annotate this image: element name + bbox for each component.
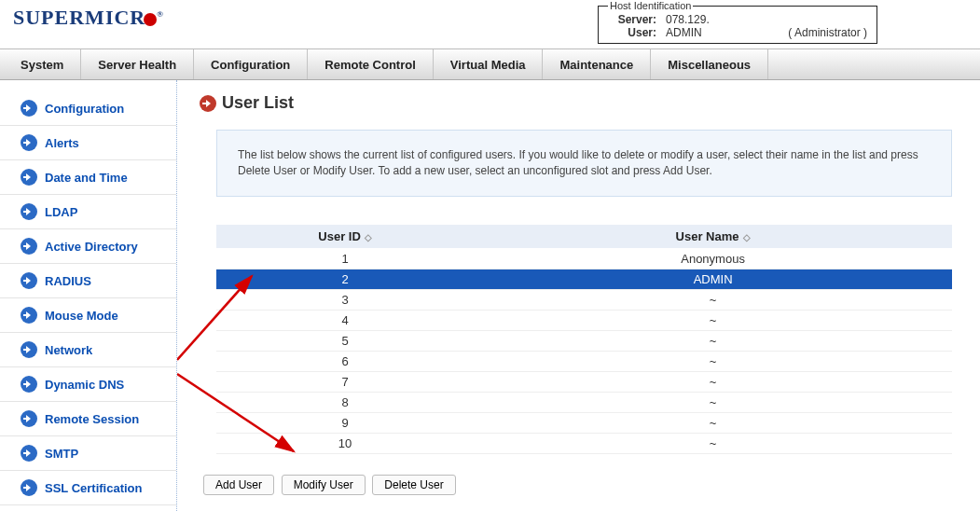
sidebar-item-label: Mouse Mode <box>45 309 118 323</box>
cell-username: ~ <box>474 371 952 392</box>
arrow-right-icon <box>21 134 37 151</box>
cell-userid: 1 <box>216 248 474 269</box>
sidebar-item-label: Active Directory <box>45 240 138 254</box>
server-value: 078.129. <box>660 13 867 26</box>
table-row[interactable]: 8~ <box>216 392 952 412</box>
sidebar-item-label: LDAP <box>45 205 77 219</box>
sidebar-item-remote-session[interactable]: Remote Session <box>0 402 176 436</box>
arrow-right-icon <box>21 272 37 289</box>
table-row[interactable]: 9~ <box>216 412 952 433</box>
cell-username: ~ <box>474 412 952 433</box>
sidebar-item-label: Dynamic DNS <box>45 378 124 392</box>
sidebar-item-alerts[interactable]: Alerts <box>0 126 176 160</box>
sidebar-item-mouse-mode[interactable]: Mouse Mode <box>0 298 176 333</box>
menu-item-server-health[interactable]: Server Health <box>81 49 194 79</box>
menu-item-configuration[interactable]: Configuration <box>194 49 308 79</box>
arrow-right-icon <box>21 238 37 255</box>
brand-dot-icon <box>144 13 157 26</box>
cell-username: ~ <box>474 289 952 310</box>
sidebar-item-active-directory[interactable]: Active Directory <box>0 229 176 264</box>
sidebar-item-label: RADIUS <box>45 274 91 288</box>
user-role: ( Administrator ) <box>769 26 867 39</box>
cell-username: ~ <box>474 310 952 330</box>
cell-userid: 9 <box>216 412 474 433</box>
add-user-button[interactable]: Add User <box>203 475 274 495</box>
cell-userid: 7 <box>216 371 474 392</box>
table-row[interactable]: 2ADMIN <box>216 269 952 289</box>
arrow-right-icon <box>21 341 37 358</box>
main-menubar: SystemServer HealthConfigurationRemote C… <box>0 48 980 80</box>
sidebar-item-smtp[interactable]: SMTP <box>0 436 176 471</box>
menu-item-system[interactable]: System <box>0 49 81 79</box>
menu-item-maintenance[interactable]: Maintenance <box>543 49 651 79</box>
arrow-right-icon <box>21 100 37 117</box>
sidebar-item-dynamic-dns[interactable]: Dynamic DNS <box>0 367 176 402</box>
sidebar-item-network[interactable]: Network <box>0 333 176 367</box>
menu-item-virtual-media[interactable]: Virtual Media <box>434 49 544 79</box>
menu-item-remote-control[interactable]: Remote Control <box>308 49 434 79</box>
arrow-right-icon <box>21 169 37 186</box>
host-id-legend: Host Identification <box>608 0 693 11</box>
cell-userid: 10 <box>216 433 474 453</box>
table-row[interactable]: 10~ <box>216 433 952 453</box>
delete-user-button[interactable]: Delete User <box>372 475 455 495</box>
cell-userid: 3 <box>216 289 474 310</box>
sidebar-item-configuration[interactable]: Configuration <box>0 91 176 126</box>
sidebar-item-label: Configuration <box>45 102 124 116</box>
table-row[interactable]: 4~ <box>216 310 952 330</box>
arrow-right-icon <box>21 307 37 324</box>
cell-username: ~ <box>474 351 952 371</box>
table-row[interactable]: 1Anonymous <box>216 248 952 269</box>
sort-icon: ◇ <box>361 232 372 242</box>
modify-user-button[interactable]: Modify User <box>282 475 366 495</box>
server-label: Server: <box>608 13 660 26</box>
arrow-right-icon <box>21 410 37 427</box>
brand-logo: SUPERMICR® <box>13 6 164 30</box>
help-text: The list below shows the current list of… <box>216 130 952 197</box>
user-table: User ID◇ User Name◇ 1Anonymous2ADMIN3~4~… <box>216 225 952 454</box>
sidebar-item-label: Alerts <box>45 136 79 150</box>
cell-username: ADMIN <box>474 269 952 289</box>
menu-item-miscellaneous[interactable]: Miscellaneous <box>651 49 768 79</box>
cell-userid: 4 <box>216 310 474 330</box>
host-identification-box: Host Identification Server: 078.129. Use… <box>598 0 877 44</box>
cell-userid: 6 <box>216 351 474 371</box>
cell-userid: 5 <box>216 330 474 351</box>
table-row[interactable]: 6~ <box>216 351 952 371</box>
sidebar-item-date-and-time[interactable]: Date and Time <box>0 160 176 195</box>
page-title: User List <box>200 93 952 113</box>
sidebar-item-label: SMTP <box>45 447 78 461</box>
sidebar-item-label: Remote Session <box>45 412 139 426</box>
sidebar-item-ssl-certification[interactable]: SSL Certification <box>0 471 176 505</box>
table-row[interactable]: 5~ <box>216 330 952 351</box>
sidebar-item-label: SSL Certification <box>45 481 143 495</box>
col-header-username[interactable]: User Name◇ <box>474 225 952 249</box>
table-row[interactable]: 7~ <box>216 371 952 392</box>
user-label: User: <box>608 26 660 39</box>
cell-username: ~ <box>474 392 952 412</box>
cell-userid: 2 <box>216 269 474 289</box>
arrow-right-icon <box>21 445 37 462</box>
sidebar-item-radius[interactable]: RADIUS <box>0 264 176 298</box>
arrow-right-icon <box>21 376 37 393</box>
sidebar-item-ldap[interactable]: LDAP <box>0 195 176 229</box>
user-value: ADMIN <box>660 26 769 39</box>
arrow-right-icon <box>21 479 37 496</box>
col-header-userid[interactable]: User ID◇ <box>216 225 474 249</box>
sort-icon: ◇ <box>739 232 751 242</box>
cell-username: Anonymous <box>474 248 952 269</box>
page-title-text: User List <box>222 93 294 113</box>
cell-userid: 8 <box>216 392 474 412</box>
arrow-right-icon <box>200 95 216 112</box>
sidebar-item-label: Date and Time <box>45 171 128 185</box>
arrow-right-icon <box>21 203 37 220</box>
table-row[interactable]: 3~ <box>216 289 952 310</box>
cell-username: ~ <box>474 433 952 453</box>
cell-username: ~ <box>474 330 952 351</box>
sidebar-item-label: Network <box>45 343 92 357</box>
sidebar: ConfigurationAlertsDate and TimeLDAPActi… <box>0 80 177 511</box>
